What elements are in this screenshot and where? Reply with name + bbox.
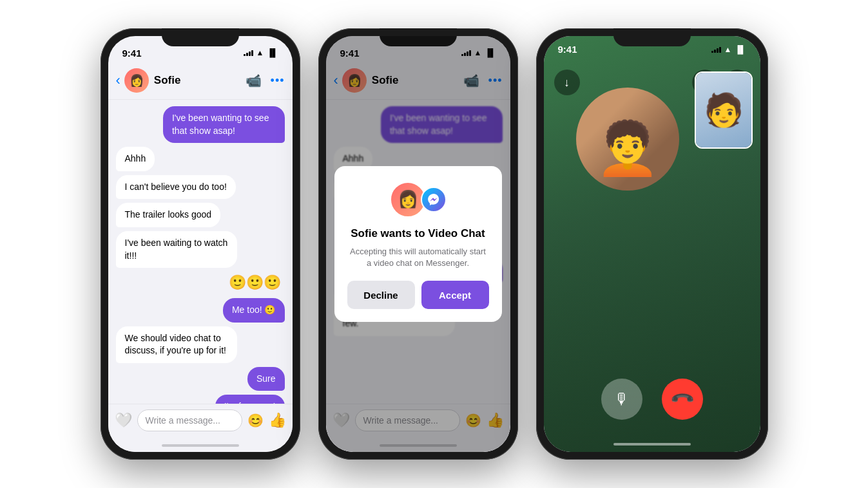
input-placeholder-1: Write a message... <box>146 415 220 426</box>
nav-actions-1: 📹 ••• <box>246 73 285 88</box>
video-bottom-controls: 🎙 📞 <box>544 379 760 420</box>
screen-2: 9:41 ▲ ▐▌ ‹ 👩 Sofie <box>326 36 510 452</box>
video-home-indicator <box>544 443 760 446</box>
pip-self-view[interactable]: 🧑 <box>695 71 753 149</box>
message-2: Ahhh <box>116 147 285 171</box>
phone-3: 🧑‍🦱 9:41 ▲ ▐▌ <box>536 28 768 460</box>
screen-1: 9:41 ▲ ▐▌ ‹ 👩 Sofie <box>108 36 293 452</box>
heart-icon-1[interactable]: 🤍 <box>115 412 132 429</box>
phone-1: 9:41 ▲ ▐▌ ‹ 👩 Sofie <box>101 28 300 460</box>
message-8: We should video chat to discuss, if you'… <box>116 326 285 363</box>
screen-3: 🧑‍🦱 9:41 ▲ ▐▌ <box>544 36 760 452</box>
notch-1 <box>162 28 239 46</box>
bubble-4: The trailer looks good <box>116 203 221 227</box>
bubble-6: 🙂🙂🙂 <box>225 272 285 294</box>
avatar-1: 👩 <box>124 68 149 93</box>
pip-avatar: 🧑 <box>704 91 744 129</box>
bubble-3: I can't believe you do too! <box>116 175 236 200</box>
message-5: I've been waiting to watch it!!! <box>116 231 285 268</box>
message-6: 🙂🙂🙂 <box>116 272 285 294</box>
message-input-1[interactable]: Write a message... <box>137 409 242 431</box>
video-chat-modal: 👩 Sofie wants to Video Chat Accepting th… <box>334 166 502 322</box>
wifi-icon-1: ▲ <box>256 48 264 57</box>
bubble-5: I've been waiting to watch it!!! <box>116 231 238 268</box>
messenger-icon <box>421 187 447 212</box>
down-arrow-icon: ↓ <box>564 76 570 89</box>
bubble-7: Me too! 🙂 <box>223 298 285 323</box>
battery-icon-1: ▐▌ <box>267 48 278 57</box>
video-status-icons: ▲ ▐▌ <box>711 45 746 54</box>
message-3: I can't believe you do too! <box>116 175 285 200</box>
video-battery-icon: ▐▌ <box>735 45 746 54</box>
status-icons-1: ▲ ▐▌ <box>244 48 278 57</box>
pip-person-view: 🧑 <box>696 73 751 147</box>
mic-icon: 🎙 <box>614 390 630 408</box>
end-call-icon: 📞 <box>669 386 695 412</box>
like-button-1[interactable]: 👍 <box>269 412 286 429</box>
avatar-emoji-1: 👩 <box>130 73 144 88</box>
bubble-2: Ahhh <box>116 147 155 171</box>
signal-icon-1 <box>244 50 253 56</box>
back-button-1[interactable]: ‹ <box>116 72 124 89</box>
video-home-bar <box>613 443 691 446</box>
minimize-button[interactable]: ↓ <box>554 70 580 95</box>
nav-bar-1: ‹ 👩 Sofie 📹 ••• <box>108 64 293 100</box>
accept-button[interactable]: Accept <box>421 281 489 309</box>
phones-container: 9:41 ▲ ▐▌ ‹ 👩 Sofie <box>88 15 781 473</box>
video-status-time: 9:41 <box>558 44 577 55</box>
bubble-1: I've been wanting to see that show asap! <box>163 106 285 143</box>
modal-avatars: 👩 <box>390 182 447 218</box>
phone-2: 9:41 ▲ ▐▌ ‹ 👩 Sofie <box>318 28 518 460</box>
message-10: I'm free now! <box>116 395 285 404</box>
modal-overlay: 👩 Sofie wants to Video Chat Accepting th… <box>326 36 510 452</box>
mute-button[interactable]: 🎙 <box>601 379 642 420</box>
home-indicator-1 <box>108 439 293 452</box>
video-signal-icon <box>711 46 721 53</box>
end-call-button[interactable]: 📞 <box>662 379 703 420</box>
more-button-1[interactable]: ••• <box>271 74 285 88</box>
input-bar-1: 🤍 Write a message... 😊 👍 <box>108 404 293 439</box>
caller-avatar-emoji: 👩 <box>398 189 418 209</box>
message-9: Sure <box>116 367 285 391</box>
message-7: Me too! 🙂 <box>116 298 285 323</box>
bubble-8: We should video chat to discuss, if you'… <box>116 326 238 363</box>
messages-area-1: I've been wanting to see that show asap!… <box>108 100 293 404</box>
bubble-10: I'm free now! <box>215 395 285 404</box>
video-call-screen: 🧑‍🦱 9:41 ▲ ▐▌ <box>544 36 760 452</box>
bubble-9: Sure <box>247 367 285 391</box>
status-time-1: 9:41 <box>122 48 142 59</box>
contact-name-1: Sofie <box>154 74 246 87</box>
message-4: The trailer looks good <box>116 203 285 227</box>
decline-button[interactable]: Decline <box>347 281 415 309</box>
modal-subtitle: Accepting this will automatically start … <box>347 246 489 269</box>
modal-title: Sofie wants to Video Chat <box>351 227 485 241</box>
video-call-button-1[interactable]: 📹 <box>246 73 262 88</box>
emoji-button-1[interactable]: 😊 <box>247 413 264 428</box>
message-1: I've been wanting to see that show asap! <box>116 106 285 143</box>
video-wifi-icon: ▲ <box>724 45 732 54</box>
modal-buttons: Decline Accept <box>347 281 489 309</box>
home-bar-1 <box>162 444 239 447</box>
notch-3 <box>613 28 691 46</box>
